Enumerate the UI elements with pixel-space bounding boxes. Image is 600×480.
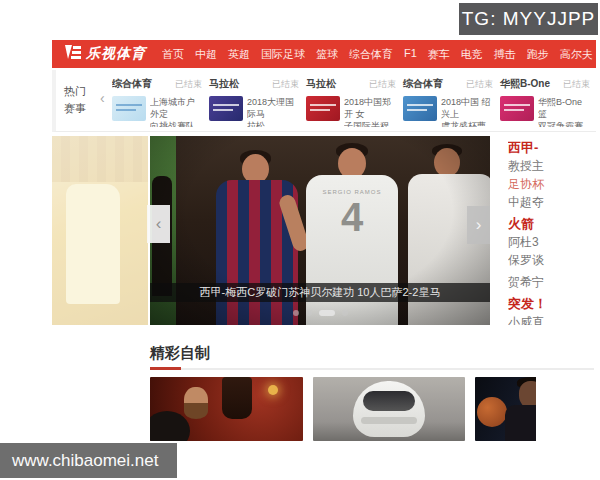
event-tag: 华熙B-One [500, 77, 550, 91]
site-watermark: www.chibaomei.net [0, 443, 177, 478]
event-card[interactable]: 马拉松已结束 2018大理国际马拉松 [209, 77, 306, 127]
event-title: 上海城市户外定向挑战赛队长城 [150, 96, 202, 127]
event-tag: 综合体育 [112, 77, 152, 91]
headline-item[interactable]: 教授主 [508, 159, 596, 173]
carousel-dot[interactable] [306, 310, 312, 316]
event-card[interactable]: 马拉松已结束 2018中国郑开 女子国际半程马拉 [306, 77, 403, 127]
logo-text: 乐视体育 [86, 45, 146, 63]
lesports-logo[interactable]: 乐视体育 [64, 44, 146, 64]
carousel-dot[interactable] [293, 310, 299, 316]
event-title: 2018中国郑开 女子国际半程马拉 [344, 96, 396, 127]
nav-item-home[interactable]: 首页 [162, 47, 184, 62]
event-title: 2018中国 绍兴上虞龙盛杯曹娥江 [441, 96, 493, 127]
nav-item-fighting[interactable]: 搏击 [494, 47, 516, 62]
section-title-featured: 精彩自制 [150, 344, 210, 363]
headline-item[interactable]: 贺希宁 [508, 275, 596, 289]
featured-video-row [150, 377, 536, 441]
section-divider-accent [150, 367, 181, 370]
event-title: 2018大理国际马拉松 [247, 96, 299, 127]
top-navbar: 乐视体育 首页 中超 英超 国际足球 篮球 综合体育 F1 赛车 电竞 搏击 跑… [52, 40, 596, 68]
headline-item[interactable]: 火箭 [508, 216, 596, 231]
headline-item[interactable]: 阿杜3 [508, 235, 596, 249]
nav-item-f1[interactable]: F1 [404, 47, 417, 62]
lesports-logo-icon [64, 44, 82, 64]
nav-item-esports[interactable]: 电竞 [461, 47, 483, 62]
event-title: 华熙B-One篮双冠争霸赛 [538, 96, 590, 127]
headline-item[interactable]: 突发！ [508, 296, 596, 311]
hot-events-label: 热门 赛事 [64, 83, 86, 117]
nav-item-basketball[interactable]: 篮球 [316, 47, 338, 62]
event-card[interactable]: 综合体育已结束 2018中国 绍兴上虞龙盛杯曹娥江 [403, 77, 500, 127]
carousel-main-slide[interactable]: SERGIO RAMOS 4 西甲-梅西C罗破门苏神贝尔建功 10人巴萨2-2皇… [150, 136, 490, 325]
boxing-video-thumbnail[interactable] [150, 377, 303, 441]
nav-item-golf[interactable]: 高尔夫 [560, 47, 593, 62]
ticker-cards: 综合体育已结束 上海城市户外定向挑战赛队长城 马拉松已结束 2018大理国际马拉… [112, 77, 596, 127]
nav-item-intl-football[interactable]: 国际足球 [261, 47, 305, 62]
headline-item[interactable]: 保罗谈 [508, 253, 596, 267]
event-tag: 马拉松 [209, 77, 239, 91]
nav-item-epl[interactable]: 英超 [228, 47, 250, 62]
headline-item[interactable]: 足协杯 [508, 177, 596, 191]
nav-menu: 首页 中超 英超 国际足球 篮球 综合体育 F1 赛车 电竞 搏击 跑步 高尔夫… [162, 47, 596, 62]
headline-item[interactable]: 西甲- [508, 140, 596, 155]
hot-events-ticker: 热门 赛事 ‹ 综合体育已结束 上海城市户外定向挑战赛队长城 马拉松已结束 20… [52, 70, 596, 132]
event-thumbnail [500, 96, 534, 121]
headline-list: 西甲- 教授主 足协杯 中超夺 火箭 阿杜3 保罗谈 贺希宁 突发！ 小威直 斯… [508, 138, 596, 325]
carousel-previous-slide[interactable] [52, 136, 148, 325]
racing-video-thumbnail[interactable] [313, 377, 465, 441]
basketball-video-thumbnail[interactable] [475, 377, 536, 441]
carousel-dot[interactable] [342, 310, 348, 316]
event-tag: 综合体育 [403, 77, 443, 91]
carousel-dots [150, 310, 490, 316]
ticker-prev-icon[interactable]: ‹ [100, 90, 105, 106]
carousel-next-icon[interactable]: › [467, 206, 490, 244]
nav-item-racing[interactable]: 赛车 [428, 47, 450, 62]
event-thumbnail [306, 96, 340, 121]
nav-item-running[interactable]: 跑步 [527, 47, 549, 62]
tg-contact-badge: TG: MYYJJPP [459, 3, 598, 35]
event-thumbnail [209, 96, 243, 121]
headline-item[interactable]: 中超夺 [508, 195, 596, 209]
carousel-prev-icon[interactable]: ‹ [147, 205, 170, 243]
event-tag: 马拉松 [306, 77, 336, 91]
event-thumbnail [112, 96, 146, 121]
hero-section: SERGIO RAMOS 4 西甲-梅西C罗破门苏神贝尔建功 10人巴萨2-2皇… [52, 136, 596, 325]
headline-item[interactable]: 小威直 [508, 315, 596, 325]
nav-item-general-sports[interactable]: 综合体育 [349, 47, 393, 62]
event-status: 已结束 [175, 78, 202, 91]
event-card[interactable]: 华熙B-One已结束 华熙B-One篮双冠争霸赛 [500, 77, 596, 127]
nav-item-csl[interactable]: 中超 [195, 47, 217, 62]
carousel-dot-active[interactable] [319, 310, 335, 316]
carousel-caption[interactable]: 西甲-梅西C罗破门苏神贝尔建功 10人巴萨2-2皇马 [150, 283, 490, 302]
event-status: 已结束 [466, 78, 493, 91]
event-card[interactable]: 综合体育已结束 上海城市户外定向挑战赛队长城 [112, 77, 209, 127]
event-status: 已结束 [563, 78, 590, 91]
event-status: 已结束 [369, 78, 396, 91]
event-status: 已结束 [272, 78, 299, 91]
section-divider [150, 368, 594, 370]
event-thumbnail [403, 96, 437, 121]
